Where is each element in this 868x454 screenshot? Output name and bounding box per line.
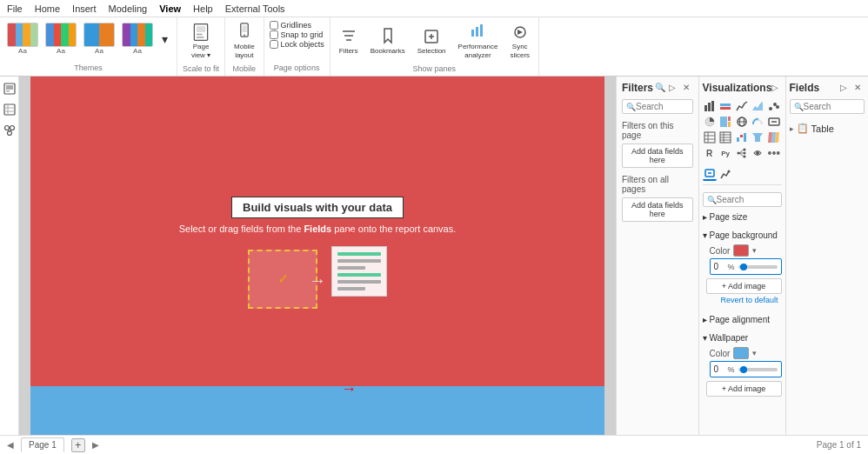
- fields-table-item[interactable]: ▸ 📋 Table: [790, 121, 865, 136]
- wallpaper-color-dropdown[interactable]: ▾: [752, 349, 757, 357]
- bookmarks-pane-btn[interactable]: Bookmarks: [367, 25, 409, 57]
- viz-icon-pie[interactable]: [703, 115, 717, 129]
- themes-row: Aa Aa Aa: [5, 21, 171, 57]
- menu-file[interactable]: File: [7, 3, 23, 14]
- viz-icon-waterfall[interactable]: [735, 130, 749, 144]
- viz-search-input[interactable]: [717, 195, 778, 204]
- filters-panel-icons: 🔍 ▷ ✕: [655, 83, 693, 93]
- menu-view[interactable]: View: [159, 3, 181, 14]
- pageoptions-label: Page options: [274, 62, 320, 72]
- viz-icon-scatter[interactable]: [767, 99, 781, 113]
- wallpaper-header[interactable]: ▾ Wallpaper: [703, 331, 782, 344]
- viz-icon-ribbon[interactable]: [767, 130, 781, 144]
- fields-search-box[interactable]: 🔍: [790, 99, 865, 114]
- showpanes-label: Show panes: [413, 63, 457, 73]
- viz-icon-line-chart[interactable]: [735, 99, 749, 113]
- theme-3[interactable]: Aa: [82, 21, 117, 57]
- viz-icon-key-influencer[interactable]: [751, 146, 765, 160]
- menu-help[interactable]: Help: [193, 3, 213, 14]
- filters-expand-icon[interactable]: ▷: [669, 83, 679, 93]
- viz-expand-icon[interactable]: ▷: [771, 83, 782, 93]
- page-size-header[interactable]: ▸ Page size: [703, 210, 782, 224]
- wallpaper-transparency-value: 0: [714, 364, 724, 374]
- page-bg-revert-link[interactable]: Revert to default: [706, 296, 778, 304]
- viz-icon-stacked-bar[interactable]: [718, 99, 732, 113]
- filters-pane-btn[interactable]: Filters: [336, 25, 362, 57]
- wallpaper-section: ▾ Wallpaper Color ▾ 0 % + Add image: [703, 331, 782, 398]
- menu-insert[interactable]: Insert: [72, 3, 97, 14]
- wallpaper-transparency-slider[interactable]: [738, 368, 778, 371]
- viz-format-tab[interactable]: [703, 167, 717, 181]
- viz-icon-py-visual[interactable]: Py: [718, 146, 732, 160]
- next-page-btn[interactable]: ▶: [92, 440, 99, 450]
- filters-search-box[interactable]: 🔍: [622, 99, 693, 114]
- theme-2[interactable]: Aa: [43, 21, 78, 57]
- sync-slicers-btn[interactable]: Sync slicers: [506, 21, 533, 61]
- viz-icon-area-chart[interactable]: [751, 99, 765, 113]
- viz-icon-gauge[interactable]: [751, 115, 765, 129]
- selection-pane-btn[interactable]: Selection: [414, 25, 450, 57]
- svg-rect-57: [737, 137, 739, 142]
- themes-dropdown-btn[interactable]: ▾: [158, 30, 171, 48]
- model-view-icon[interactable]: [3, 124, 17, 137]
- viz-icon-map[interactable]: [735, 115, 749, 129]
- page-1-tab[interactable]: Page 1: [21, 437, 64, 452]
- filters-on-all-pages-label: Filters on all pages: [622, 175, 693, 194]
- wallpaper-color-swatch[interactable]: [733, 347, 749, 359]
- page-bg-header[interactable]: ▾ Page background: [703, 229, 782, 242]
- viz-icon-bar-chart[interactable]: [703, 99, 717, 113]
- viz-icon-more[interactable]: •••: [767, 146, 781, 160]
- menu-external-tools[interactable]: External Tools: [225, 3, 285, 14]
- svg-rect-3: [197, 37, 204, 38]
- menu-modeling[interactable]: Modeling: [109, 3, 148, 14]
- theme-4[interactable]: Aa: [120, 21, 155, 57]
- canvas-area[interactable]: Build visuals with your data Select or d…: [19, 77, 616, 435]
- viz-icon-card[interactable]: [767, 115, 781, 129]
- page-align-header[interactable]: ▸ Page alignment: [703, 313, 782, 326]
- prev-page-btn[interactable]: ◀: [7, 440, 14, 450]
- filters-search-icon[interactable]: 🔍: [655, 83, 665, 93]
- filters-search-input[interactable]: [636, 102, 689, 111]
- page-view-btn[interactable]: Page view ▾: [188, 21, 214, 61]
- page-bg-add-image-btn[interactable]: + Add image: [706, 278, 782, 294]
- filters-close-icon[interactable]: ✕: [683, 83, 693, 93]
- filters-add-on-this-page-btn[interactable]: Add data fields here: [622, 144, 693, 168]
- canvas-visual: ✓ →: [248, 246, 387, 316]
- viz-icon-treemap[interactable]: [718, 115, 732, 129]
- fields-close-icon[interactable]: ✕: [854, 83, 865, 93]
- wallpaper-chevron: ▾: [703, 333, 707, 343]
- report-canvas[interactable]: Build visuals with your data Select or d…: [30, 77, 604, 435]
- lock-objects-label: Lock objects: [281, 40, 324, 49]
- report-view-icon[interactable]: [3, 82, 17, 96]
- filters-add-on-all-pages-btn[interactable]: Add data fields here: [622, 197, 693, 222]
- left-sidebar: [0, 77, 19, 435]
- fields-expand-icon[interactable]: ▷: [840, 83, 851, 93]
- wallpaper-transparency-pct: %: [728, 365, 735, 374]
- add-page-btn[interactable]: +: [71, 438, 85, 452]
- viz-icon-funnel[interactable]: [751, 130, 765, 144]
- theme-1[interactable]: Aa: [5, 21, 40, 57]
- viz-search-box[interactable]: 🔍: [703, 192, 782, 207]
- viz-analytics-tab[interactable]: [718, 167, 732, 181]
- page-bg-transparency-slider[interactable]: [738, 265, 778, 269]
- page-size-label: Page size: [710, 212, 748, 222]
- data-view-icon[interactable]: [3, 103, 17, 117]
- canvas-line-2: [337, 259, 381, 263]
- snap-to-grid-checkbox[interactable]: [270, 30, 278, 39]
- lock-objects-checkbox[interactable]: [270, 40, 278, 49]
- page-bg-color-dropdown[interactable]: ▾: [752, 246, 757, 255]
- page-bg-color-swatch[interactable]: [733, 244, 749, 257]
- wallpaper-add-image-btn[interactable]: + Add image: [706, 381, 782, 397]
- mobile-layout-btn[interactable]: Mobile layout: [230, 21, 258, 61]
- viz-icon-r-visual[interactable]: R: [703, 146, 717, 160]
- gridlines-checkbox[interactable]: [270, 21, 278, 30]
- viz-icon-table[interactable]: [703, 130, 717, 144]
- fields-search-input[interactable]: [804, 102, 860, 111]
- menu-home[interactable]: Home: [35, 3, 60, 14]
- page-bg-color-label: Color: [710, 246, 731, 256]
- viz-icon-matrix[interactable]: [718, 130, 732, 144]
- viz-icon-decomp-tree[interactable]: [735, 146, 749, 160]
- svg-point-26: [7, 131, 11, 136]
- ribbon-group-showpanes: Filters Bookmarks Selection: [331, 17, 539, 76]
- performance-analyzer-btn[interactable]: Performance analyzer: [455, 21, 502, 61]
